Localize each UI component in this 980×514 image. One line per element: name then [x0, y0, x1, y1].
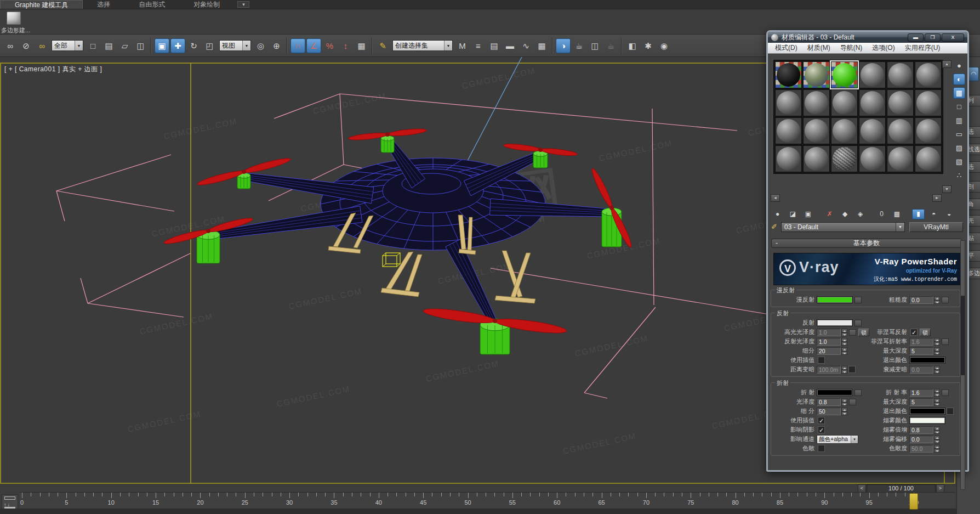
render-setup-icon[interactable]: ☕	[572, 38, 586, 53]
sample-slot-14[interactable]	[803, 117, 830, 144]
background-icon[interactable]: ▦	[953, 87, 965, 99]
value-field-反射光泽度[interactable]: 1.0	[817, 338, 841, 346]
slots-scroll-right-button[interactable]: ►	[932, 194, 942, 202]
align-icon[interactable]: ≡	[471, 38, 486, 53]
unlink-selection-icon[interactable]: ⊘	[19, 38, 33, 53]
mirror-icon[interactable]: M	[455, 38, 470, 53]
spinner-snap-toggle-icon[interactable]: ↕	[338, 38, 353, 53]
select-and-link-icon[interactable]: ∞	[3, 38, 18, 53]
value-field-烟雾偏移[interactable]: 0.0	[909, 436, 933, 443]
sample-slot-15[interactable]	[831, 117, 858, 144]
make-unique-icon[interactable]: ◆	[839, 209, 851, 219]
checkbox-退出颜色[interactable]	[947, 408, 954, 415]
slots-scroll-left-button[interactable]: ◄	[771, 194, 780, 202]
value-field-烟雾倍增[interactable]: 0.8	[909, 426, 933, 434]
pick-material-eyedropper-icon[interactable]: ✐	[771, 223, 781, 231]
isolate-selection-icon[interactable]: ◉	[657, 38, 671, 53]
spinner-control[interactable]	[934, 426, 940, 434]
reset-map-icon[interactable]: ✗	[823, 209, 836, 219]
ribbon-tab-选择[interactable]: 选择	[83, 0, 124, 9]
color-swatch-反射[interactable]	[817, 319, 853, 326]
snaps-toggle-icon[interactable]: ∩	[290, 38, 305, 53]
material-editor-titlebar[interactable]: 材质编辑器 - 03 - Default ▬ ❐ X	[768, 32, 967, 43]
sample-slot-12[interactable]	[915, 89, 942, 116]
named-selection-sets-icon[interactable]: ▦	[354, 38, 369, 53]
map-button-反射[interactable]	[854, 320, 862, 326]
ribbon-tab-自由形式[interactable]: 自由形式	[124, 0, 179, 9]
sample-slot-18[interactable]	[915, 117, 942, 144]
checkbox-使用插值[interactable]: ✓	[818, 417, 825, 424]
map-button-光泽度[interactable]	[849, 399, 856, 405]
polygon-modeling-panel-label[interactable]: 多边形建...	[1, 26, 34, 35]
sample-slot-24[interactable]	[915, 145, 942, 172]
menu-实用程序(U)[interactable]: 实用程序(U)	[900, 43, 945, 53]
sample-slot-8[interactable]	[803, 89, 830, 116]
value-field-色散度[interactable]: 50.0	[909, 445, 933, 453]
go-to-parent-icon[interactable]: ◓	[927, 209, 940, 219]
value-field-光泽度[interactable]: 0.8	[817, 398, 841, 406]
put-to-library-icon[interactable]: ◈	[854, 209, 867, 219]
rect-selection-region-icon[interactable]: ▱	[117, 38, 132, 53]
use-pivot-point-center-icon[interactable]: ◎	[253, 38, 268, 53]
sample-slot-13[interactable]	[775, 117, 802, 144]
window-crossing-toggle-icon[interactable]: ◫	[133, 38, 148, 53]
select-object-mode-icon[interactable]: ▣	[155, 38, 169, 53]
assign-to-selection-icon[interactable]: ▣	[802, 209, 814, 219]
video-color-check-icon[interactable]: ▥	[953, 115, 965, 126]
reference-coordinate-system-dropdown[interactable]: 视图▼	[219, 40, 251, 51]
time-slider-playhead[interactable]	[909, 493, 918, 510]
value-field-折 射 率[interactable]: 1.6	[909, 389, 933, 397]
material-id-channel-icon[interactable]: 0	[875, 209, 888, 219]
spinner-control[interactable]	[841, 366, 847, 374]
map-button-粗糙度[interactable]	[942, 297, 949, 303]
spinner-control[interactable]	[934, 347, 940, 355]
basic-parameters-rollout[interactable]: -基本参数	[771, 239, 962, 248]
sample-slot-9[interactable]	[831, 89, 858, 116]
lock-button-菲涅耳反射[interactable]: 锁	[920, 329, 931, 336]
color-swatch-退出颜色[interactable]	[909, 357, 945, 364]
checkbox-菲涅耳反射[interactable]: ✓	[910, 329, 918, 336]
backlight-icon[interactable]: ◐	[953, 74, 965, 85]
polygon-modeling-cube-icon[interactable]	[7, 12, 21, 25]
value-field-粗糙度[interactable]: 0.0	[909, 296, 933, 304]
sample-slot-22[interactable]	[859, 145, 886, 172]
menu-选项(O)[interactable]: 选项(O)	[867, 43, 899, 53]
select-and-scale-icon[interactable]: ◰	[202, 38, 217, 53]
sample-type-icon[interactable]: ●	[953, 60, 965, 71]
spinner-control[interactable]	[841, 329, 847, 336]
select-and-move-icon[interactable]: ✚	[170, 38, 185, 53]
color-swatch-烟雾颜色[interactable]	[909, 417, 945, 424]
sample-slot-3[interactable]	[831, 61, 858, 88]
viewport-label[interactable]: [ + [ Camera001 ] 真实 + 边面 ]	[4, 65, 102, 74]
spinner-control[interactable]	[934, 296, 940, 304]
value-field-最大深度[interactable]: 5	[909, 347, 933, 355]
color-swatch-漫反射[interactable]	[817, 296, 853, 303]
sample-slot-23[interactable]	[887, 145, 914, 172]
menu-模式(D)[interactable]: 模式(D)	[770, 43, 802, 53]
maximize-button[interactable]: ❐	[925, 33, 941, 42]
minimize-button[interactable]: ▬	[908, 33, 924, 42]
value-field-最大深度[interactable]: 5	[909, 398, 933, 406]
map-button-折 射[interactable]	[854, 389, 862, 396]
map-button-漫反射[interactable]	[854, 297, 862, 303]
rendered-frame-window-icon[interactable]: ◫	[588, 38, 602, 53]
prev-frame-button[interactable]: <	[858, 484, 866, 493]
ribbon-toggle-icon[interactable]: ▬	[503, 38, 517, 53]
layer-manager-icon[interactable]: ▤	[487, 38, 502, 53]
material-type-button[interactable]: VRayMtl	[909, 222, 963, 232]
sample-uv-tiling-icon[interactable]: □	[953, 101, 965, 112]
percent-snap-toggle-icon[interactable]: %	[322, 38, 337, 53]
spinner-control[interactable]	[934, 366, 940, 374]
spinner-control[interactable]	[934, 338, 940, 346]
slots-scroll-down-button[interactable]: ▼	[942, 185, 951, 193]
checkbox-使用插值[interactable]	[818, 357, 825, 364]
value-field-细 分[interactable]: 50	[817, 408, 841, 415]
select-and-rotate-icon[interactable]: ↻	[186, 38, 201, 53]
spinner-control[interactable]	[841, 408, 847, 415]
color-swatch-退出颜色[interactable]	[909, 408, 945, 415]
sample-slot-21[interactable]	[831, 145, 858, 172]
material-editor-icon[interactable]: ◑	[556, 38, 571, 53]
checkbox-色散[interactable]	[818, 445, 825, 452]
edit-selection-pencil-icon[interactable]: ✎	[375, 38, 390, 53]
show-map-in-viewport-icon[interactable]: ▩	[891, 209, 903, 219]
